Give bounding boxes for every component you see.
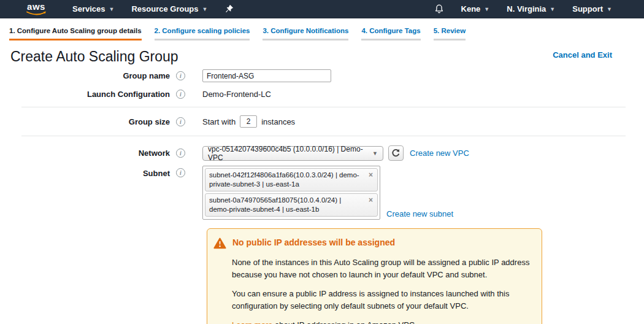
chevron-down-icon: ▼: [607, 6, 612, 12]
cancel-and-exit-link[interactable]: Cancel and Exit: [553, 50, 612, 60]
notifications-button[interactable]: [434, 4, 444, 14]
create-new-subnet-link[interactable]: Create new subnet: [386, 209, 453, 218]
top-navbar: aws Services ▼ Resource Groups ▼ K: [0, 0, 644, 18]
warning-title: No public IP addresses will be assigned: [232, 237, 395, 247]
nav-resource-groups-label: Resource Groups: [131, 4, 198, 14]
subnet-multiselect[interactable]: subnet-042f12f4806a1fa66(10.0.3.0/24) | …: [202, 166, 380, 220]
group-size-prefix: Start with: [202, 117, 236, 126]
group-size-input[interactable]: [240, 115, 257, 128]
nav-region-label: N. Virginia: [507, 4, 546, 14]
wizard-steps: 1. Configure Auto Scaling group details …: [0, 18, 644, 40]
aws-logo-text: aws: [27, 2, 45, 11]
learn-more-rest: about IP addressing in an Amazon VPC.: [272, 320, 416, 324]
divider: [21, 136, 626, 136]
nav-support-label: Support: [572, 4, 603, 14]
subnet-tag: subnet-042f12f4806a1fa66(10.0.3.0/24) | …: [205, 168, 378, 191]
info-icon[interactable]: i: [176, 90, 185, 99]
refresh-icon: [391, 148, 401, 158]
group-size-suffix: instances: [261, 117, 295, 126]
no-public-ip-warning: No public IP addresses will be assigned …: [207, 228, 542, 324]
network-select[interactable]: vpc-0514207439600c4b5 (10.0.0.0/16) | De…: [202, 146, 383, 161]
pin-shortcut-button[interactable]: [224, 4, 234, 14]
remove-subnet-icon[interactable]: ×: [369, 171, 373, 180]
step-configure-notifications[interactable]: 3. Configure Notifications: [263, 27, 348, 40]
chevron-down-icon: ▼: [202, 6, 208, 12]
chevron-down-icon: ▼: [550, 6, 555, 12]
subnet-tag: subnet-0a74970565af18075(10.0.4.0/24) | …: [205, 193, 378, 217]
learn-more-link[interactable]: Learn more: [232, 320, 272, 324]
step-configure-scaling-policies[interactable]: 2. Configure scaling policies: [155, 27, 250, 40]
nav-user-label: Kene: [461, 4, 481, 14]
step-configure-asg-details[interactable]: 1. Configure Auto Scaling group details: [9, 27, 142, 40]
network-selected-value: vpc-0514207439600c4b5 (10.0.0.0/16) | De…: [208, 145, 372, 162]
subnet-tag-text: subnet-042f12f4806a1fa66(10.0.3.0/24) | …: [209, 171, 359, 188]
step-configure-tags[interactable]: 4. Configure Tags: [361, 27, 420, 40]
nav-region-menu[interactable]: N. Virginia ▼: [507, 4, 555, 14]
nav-services-label: Services: [72, 4, 105, 14]
step-review[interactable]: 5. Review: [434, 27, 466, 40]
chevron-down-icon: ▼: [109, 6, 115, 12]
info-icon[interactable]: i: [176, 168, 185, 177]
launch-configuration-label: Launch Configuration: [0, 90, 170, 99]
nav-support-menu[interactable]: Support ▼: [572, 4, 612, 14]
divider: [21, 107, 626, 107]
network-label: Network: [0, 148, 170, 158]
info-icon[interactable]: i: [176, 71, 185, 80]
info-icon[interactable]: i: [176, 117, 185, 126]
bell-icon: [434, 4, 444, 14]
launch-configuration-value: Demo-Frontend-LC: [202, 90, 271, 99]
pin-icon: [224, 4, 234, 14]
warning-paragraph-2: You can ensure a public IP address is as…: [232, 288, 531, 312]
chevron-down-icon: ▼: [372, 150, 378, 156]
chevron-down-icon: ▼: [484, 6, 489, 12]
warning-paragraph-1: None of the instances in this Auto Scali…: [232, 256, 531, 280]
warning-triangle-icon: [213, 237, 226, 249]
refresh-vpc-button[interactable]: [388, 145, 404, 161]
page-title: Create Auto Scaling Group: [10, 48, 178, 65]
aws-logo[interactable]: aws: [26, 2, 47, 16]
subnet-label: Subnet: [0, 166, 170, 178]
nav-services-menu[interactable]: Services ▼: [72, 4, 114, 14]
aws-smile-icon: [26, 11, 47, 16]
remove-subnet-icon[interactable]: ×: [369, 196, 373, 206]
group-size-label: Group size: [0, 117, 170, 126]
nav-user-menu[interactable]: Kene ▼: [461, 4, 490, 14]
group-name-input[interactable]: [202, 69, 331, 82]
create-new-vpc-link[interactable]: Create new VPC: [410, 148, 469, 158]
group-name-label: Group name: [0, 71, 170, 80]
nav-resource-groups-menu[interactable]: Resource Groups ▼: [131, 4, 207, 14]
info-icon[interactable]: i: [176, 148, 185, 158]
subnet-tag-text: subnet-0a74970565af18075(10.0.4.0/24) | …: [209, 196, 341, 213]
